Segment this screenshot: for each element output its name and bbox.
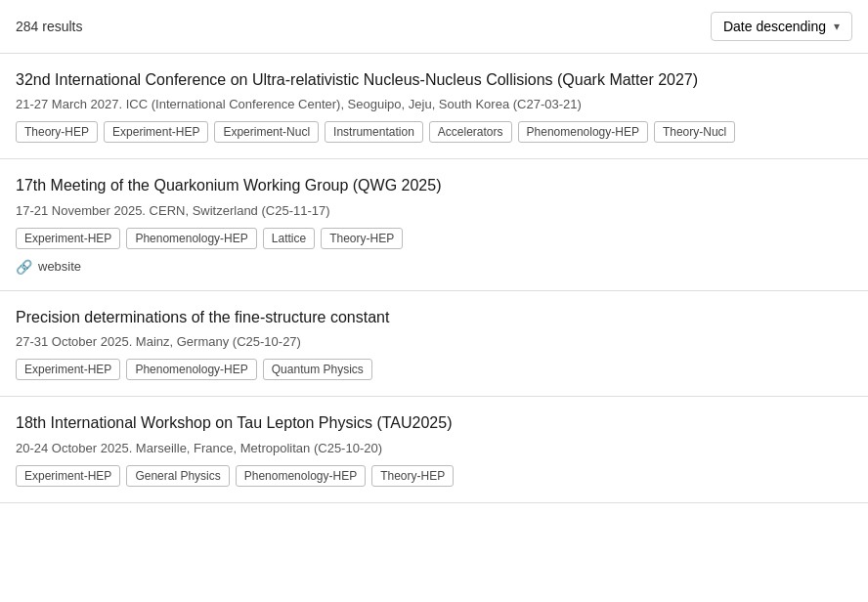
chevron-down-icon: ▾ — [834, 20, 840, 33]
tag[interactable]: Theory-Nucl — [654, 121, 735, 143]
tag[interactable]: Phenomenology-HEP — [236, 465, 366, 487]
tag[interactable]: Theory-HEP — [321, 228, 403, 249]
tag[interactable]: Lattice — [263, 228, 315, 249]
tag[interactable]: Accelerators — [429, 121, 512, 143]
tag[interactable]: Instrumentation — [325, 121, 423, 143]
tag-list: Theory-HEPExperiment-HEPExperiment-NuclI… — [16, 121, 852, 143]
results-count: 284 results — [16, 19, 82, 34]
result-title: 18th International Workshop on Tau Lepto… — [16, 412, 852, 434]
tag[interactable]: General Physics — [126, 465, 229, 487]
result-item: Precision determinations of the fine-str… — [0, 291, 868, 397]
result-item: 17th Meeting of the Quarkonium Working G… — [0, 159, 868, 290]
result-title: Precision determinations of the fine-str… — [16, 307, 852, 328]
link-icon: 🔗 — [16, 259, 32, 275]
result-title: 17th Meeting of the Quarkonium Working G… — [16, 175, 852, 196]
result-item: 32nd International Conference on Ultra-r… — [0, 54, 868, 159]
tag[interactable]: Phenomenology-HEP — [518, 121, 648, 143]
website-link[interactable]: 🔗website — [16, 259, 852, 275]
tag-list: Experiment-HEPGeneral PhysicsPhenomenolo… — [16, 465, 852, 487]
result-meta: 27-31 October 2025. Mainz, Germany (C25-… — [16, 334, 852, 349]
tag[interactable]: Experiment-HEP — [104, 121, 208, 143]
tag[interactable]: Experiment-HEP — [16, 359, 120, 380]
result-meta: 17-21 November 2025. CERN, Switzerland (… — [16, 203, 852, 218]
result-meta: 21-27 March 2027. ICC (International Con… — [16, 97, 852, 111]
result-title: 32nd International Conference on Ultra-r… — [16, 69, 852, 91]
result-meta: 20-24 October 2025. Marseille, France, M… — [16, 441, 852, 455]
tag-list: Experiment-HEPPhenomenology-HEPQuantum P… — [16, 359, 852, 380]
tag[interactable]: Theory-HEP — [371, 465, 454, 487]
tag[interactable]: Phenomenology-HEP — [126, 228, 256, 249]
website-label: website — [38, 259, 81, 274]
sort-label: Date descending — [723, 19, 826, 34]
tag[interactable]: Quantum Physics — [263, 359, 372, 380]
tag[interactable]: Theory-HEP — [16, 121, 98, 143]
tag[interactable]: Experiment-Nucl — [214, 121, 319, 143]
result-item: 18th International Workshop on Tau Lepto… — [0, 397, 868, 502]
tag-list: Experiment-HEPPhenomenology-HEPLatticeTh… — [16, 228, 852, 249]
tag[interactable]: Phenomenology-HEP — [126, 359, 256, 380]
tag[interactable]: Experiment-HEP — [16, 228, 120, 249]
sort-dropdown[interactable]: Date descending ▾ — [711, 12, 852, 41]
tag[interactable]: Experiment-HEP — [16, 465, 120, 487]
top-bar: 284 results Date descending ▾ — [0, 0, 868, 53]
results-list: 32nd International Conference on Ultra-r… — [0, 53, 868, 503]
